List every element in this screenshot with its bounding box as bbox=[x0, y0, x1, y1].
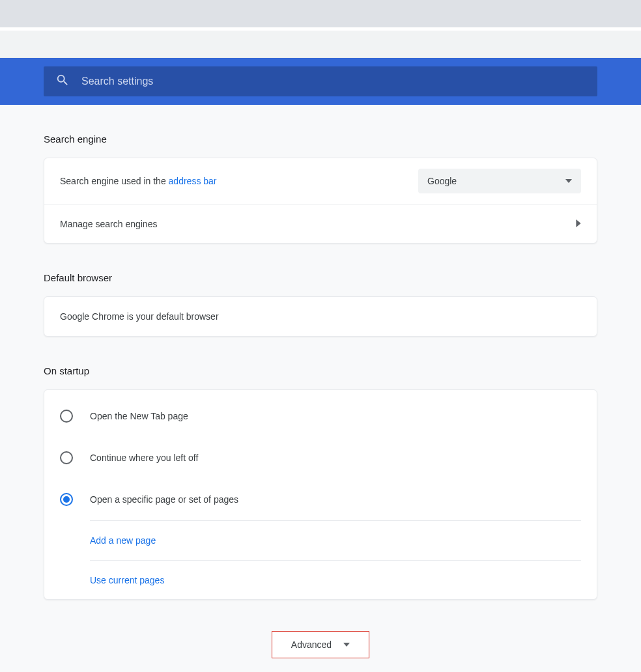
advanced-wrap: Advanced bbox=[44, 631, 597, 658]
startup-option-label: Continue where you left off bbox=[90, 453, 198, 463]
search-engine-select[interactable]: Google bbox=[418, 169, 581, 193]
section-title-search-engine: Search engine bbox=[44, 133, 597, 145]
search-engine-label-prefix: Search engine used in the bbox=[60, 176, 169, 186]
radio-icon bbox=[60, 451, 73, 464]
search-settings-input[interactable] bbox=[81, 76, 586, 87]
search-engine-row: Search engine used in the address bar Go… bbox=[44, 158, 597, 204]
section-title-on-startup: On startup bbox=[44, 365, 597, 376]
search-engine-selected-value: Google bbox=[427, 176, 457, 186]
address-bar-link[interactable]: address bar bbox=[169, 176, 217, 186]
advanced-label: Advanced bbox=[291, 639, 332, 650]
window-tab-strip bbox=[0, 0, 641, 27]
search-settings-box[interactable] bbox=[44, 66, 597, 96]
manage-search-engines-label: Manage search engines bbox=[60, 219, 157, 229]
startup-option-continue[interactable]: Continue where you left off bbox=[60, 437, 581, 479]
on-startup-card: Open the New Tab page Continue where you… bbox=[44, 389, 597, 600]
startup-option-label: Open a specific page or set of pages bbox=[90, 494, 238, 505]
startup-sublinks: Add a new page Use current pages bbox=[90, 520, 581, 599]
search-engine-card: Search engine used in the address bar Go… bbox=[44, 158, 597, 244]
search-icon bbox=[55, 73, 70, 90]
radio-icon-selected bbox=[60, 493, 73, 506]
search-engine-label: Search engine used in the address bar bbox=[60, 176, 217, 186]
section-title-default-browser: Default browser bbox=[44, 272, 597, 283]
advanced-toggle[interactable]: Advanced bbox=[272, 631, 369, 658]
startup-option-label: Open the New Tab page bbox=[90, 411, 188, 421]
manage-search-engines-row[interactable]: Manage search engines bbox=[44, 204, 597, 243]
default-browser-card: Google Chrome is your default browser bbox=[44, 296, 597, 337]
startup-option-specific-pages[interactable]: Open a specific page or set of pages bbox=[60, 479, 581, 520]
radio-icon bbox=[60, 410, 73, 423]
add-new-page-label: Add a new page bbox=[90, 535, 156, 546]
default-browser-row: Google Chrome is your default browser bbox=[44, 297, 597, 336]
chevron-right-icon bbox=[576, 218, 581, 230]
settings-content: Search engine Search engine used in the … bbox=[44, 133, 597, 658]
settings-header bbox=[0, 58, 641, 105]
browser-toolbar bbox=[0, 31, 641, 58]
use-current-pages-label: Use current pages bbox=[90, 575, 164, 585]
add-new-page-link[interactable]: Add a new page bbox=[90, 521, 581, 560]
use-current-pages-link[interactable]: Use current pages bbox=[90, 560, 581, 599]
startup-option-new-tab[interactable]: Open the New Tab page bbox=[60, 395, 581, 437]
default-browser-status: Google Chrome is your default browser bbox=[60, 311, 219, 322]
chevron-down-icon bbox=[343, 643, 350, 647]
dropdown-icon bbox=[565, 179, 572, 183]
